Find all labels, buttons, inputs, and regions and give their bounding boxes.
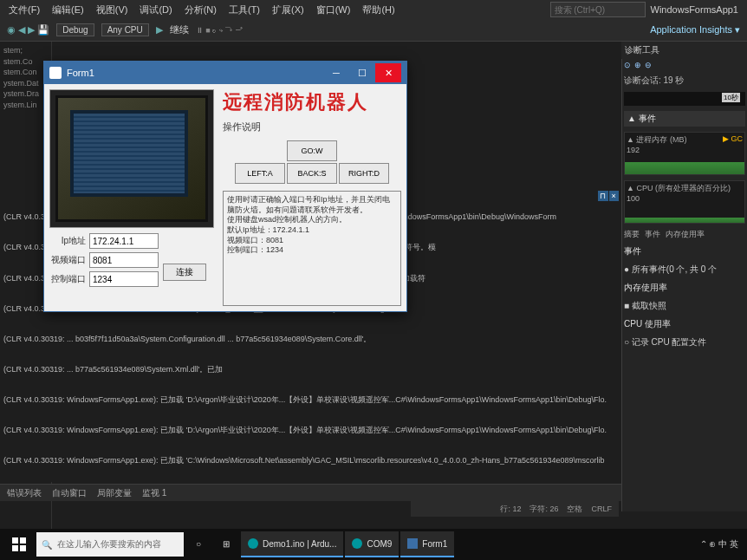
menu-ext[interactable]: 扩展(X) [272,3,304,16]
task-arduino[interactable]: Demo1.ino | Ardu... [241,531,343,557]
events-title: ▲ 事件 [624,111,745,127]
diag-session-label: 诊断会话: 19 秒 [624,75,745,87]
diag-toolwindow-title: 诊断工具 [621,42,747,59]
menu-tools[interactable]: 工具(T) [229,3,260,16]
left-button[interactable]: LEFT:A [235,163,285,184]
videoport-label: 视频端口 [49,254,86,266]
vs-menubar: 文件(F) 编辑(E) 视图(V) 调试(D) 分析(N) 工具(T) 扩展(X… [0,0,747,19]
form1-app-icon [49,67,62,79]
ctrlport-label: 控制端口 [49,273,86,285]
video-feed [49,89,214,228]
config-dropdown[interactable]: Debug [56,23,94,36]
direction-pad: GO:W LEFT:A BACK:S RIGHT:D [235,140,389,184]
form1-window: Form1 ─ ☐ ✕ Ip地址 视频端口 控制端口 连接 远程消防机器人 [43,61,407,312]
cortana-icon[interactable]: ○ [185,531,211,557]
taskbar-search[interactable]: 🔍 在这儿输入你要搜索的内容 [36,532,184,557]
form1-title-label: Form1 [67,68,94,78]
back-button[interactable]: BACK:S [287,163,337,184]
menu-view[interactable]: 视图(V) [96,3,128,16]
output-tabstrip: 错误列表 自动窗口 局部变量 监视 1 [0,484,621,501]
app-insights-button[interactable]: Application Insights ▾ [650,24,740,36]
menu-help[interactable]: 帮助(H) [362,3,394,16]
info-textbox: 使用时请正确输入端口号和Ip地址，并且关闭电脑防火墙。如有问题请联系软件开发者。… [223,191,401,306]
ctrlport-input[interactable] [89,271,159,287]
ip-input[interactable] [89,233,159,249]
diag-tab-mem[interactable]: 内存使用率 [666,229,705,240]
go-button[interactable]: GO:W [287,140,337,161]
cpu-record-button[interactable]: ○ 记录 CPU 配置文件 [624,335,745,349]
right-button[interactable]: RIGHT:D [339,163,389,184]
tab-autos[interactable]: 自动窗口 [52,487,87,499]
diag-cpu-section: CPU 使用率 [624,318,745,330]
svg-rect-1 [20,537,26,544]
search-icon: 🔍 [42,540,52,550]
tab-locals[interactable]: 局部变量 [97,487,132,499]
vs-toolbar: ◉ ◀ ▶ 💾 Debug Any CPU ▶ 继续 ⏸ ■ ↻ ↪ ⤵ ⤴ A… [0,19,747,42]
svg-rect-2 [12,545,18,551]
op-label: 操作说明 [223,120,401,133]
minimize-button[interactable]: ─ [323,63,349,82]
close-button[interactable]: ✕ [375,63,401,82]
diagnostics-panel: ⊙⊕⊖ 诊断会话: 19 秒 10秒 ▲ 事件 ▲ 进程内存 (MB) ▶ GC… [621,59,747,511]
form1-titlebar[interactable]: Form1 ─ ☐ ✕ [44,62,406,84]
system-tray[interactable]: ⌃ ⊕ 中 英 [700,538,744,550]
task-form1[interactable]: Form1 [400,531,454,557]
tool-close-icon[interactable]: × [609,191,620,201]
svg-rect-0 [12,537,18,544]
menu-analyze[interactable]: 分析(N) [185,3,217,16]
diag-mem-section: 内存使用率 [624,282,745,294]
videoport-input[interactable] [89,252,159,268]
editor-statusbar: 行: 12 字符: 26 空格 CRLF [411,501,619,517]
snapshot-button[interactable]: ■ 截取快照 [624,299,745,313]
diag-tab-summary[interactable]: 摘要 [624,229,640,240]
menu-file[interactable]: 文件(F) [9,3,40,16]
menu-window[interactable]: 窗口(W) [316,3,351,16]
start-button[interactable] [3,531,35,557]
task-com9[interactable]: COM9 [345,531,399,557]
project-name-label: WindowsFormsApp1 [651,4,738,15]
windows-taskbar: 🔍 在这儿输入你要搜索的内容 ○ ⊞ Demo1.ino | Ardu... C… [0,529,747,560]
tab-watch1[interactable]: 监视 1 [142,487,166,499]
vs-search-input[interactable] [550,2,646,17]
app-title-label: 远程消防机器人 [223,89,401,115]
diag-events-section: 事件 [624,245,745,257]
taskview-icon[interactable]: ⊞ [213,531,239,557]
menu-edit[interactable]: 编辑(E) [52,3,84,16]
svg-rect-3 [20,545,26,551]
connect-button[interactable]: 连接 [163,264,206,281]
menu-debug[interactable]: 调试(D) [140,3,172,16]
ip-label: Ip地址 [49,235,86,247]
pin-icon[interactable]: ⊓ [598,191,608,201]
diag-tab-events[interactable]: 事件 [645,229,660,240]
tab-error-list[interactable]: 错误列表 [7,487,42,499]
platform-dropdown[interactable]: Any CPU [101,23,149,36]
maximize-button[interactable]: ☐ [349,63,375,82]
